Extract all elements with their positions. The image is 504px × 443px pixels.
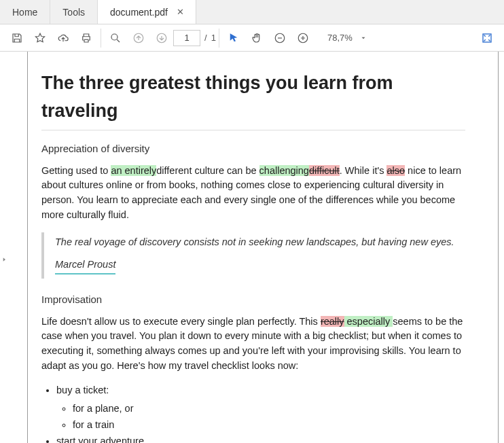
tab-bar: Home Tools document.pdf ✕	[0, 0, 504, 24]
paragraph-improvisation: Life doesn't allow us to execute every s…	[41, 315, 465, 374]
sublist: for a plane, or for a train	[73, 402, 465, 433]
page-indicator: / 1	[173, 30, 216, 46]
star-button[interactable]	[29, 24, 52, 52]
heading-improvisation: Improvisation	[41, 292, 465, 308]
document-viewport[interactable]: The three greatest things you learn from…	[0, 52, 504, 443]
page-sep: /	[204, 33, 207, 43]
deletion: also	[386, 165, 405, 176]
separator	[101, 29, 101, 48]
page-title: The three greatest things you learn from…	[41, 69, 465, 130]
side-panel-handle[interactable]	[0, 239, 8, 280]
page-edge-right	[498, 52, 499, 443]
zoom-in-button[interactable]	[291, 24, 314, 52]
chevron-down-icon	[358, 33, 369, 43]
tab-tools-label: Tools	[62, 7, 85, 18]
insertion: especially	[344, 316, 393, 327]
insertion: challenging	[259, 165, 309, 176]
insertion: an entirely	[111, 165, 156, 176]
page-up-button[interactable]	[127, 24, 150, 52]
deletion: difficult	[309, 165, 340, 176]
page-down-button[interactable]	[150, 24, 173, 52]
zoom-dropdown[interactable]: 78,7%	[314, 33, 369, 43]
list-item: for a plane, or	[73, 402, 465, 417]
heading-appreciation: Appreciation of diversity	[41, 141, 465, 157]
find-button[interactable]	[104, 24, 127, 52]
tab-home[interactable]: Home	[0, 0, 50, 24]
tab-tools[interactable]: Tools	[50, 0, 98, 24]
list-item: start your adventure	[56, 434, 465, 443]
quote-author: Marcel Proust	[55, 258, 115, 274]
tab-home-label: Home	[12, 7, 37, 18]
page-total: 1	[211, 33, 216, 43]
list-item: for a train	[73, 418, 465, 433]
print-button[interactable]	[75, 24, 98, 52]
hand-tool-button[interactable]	[245, 24, 268, 52]
zoom-readout: 78,7%	[314, 33, 355, 43]
tab-document[interactable]: document.pdf ✕	[98, 0, 196, 24]
svg-point-0	[111, 34, 118, 40]
separator	[219, 29, 219, 48]
tab-document-label: document.pdf	[110, 7, 168, 18]
save-button[interactable]	[5, 24, 29, 52]
deletion: really	[321, 316, 344, 327]
quote-text: The real voyage of discovery consists no…	[55, 236, 454, 247]
page-input[interactable]	[173, 30, 200, 46]
zoom-out-button[interactable]	[268, 24, 291, 52]
list-item: buy a ticket: for a plane, or for a trai…	[56, 383, 465, 433]
cloud-upload-button[interactable]	[52, 24, 75, 52]
page-content: The three greatest things you learn from…	[28, 52, 498, 443]
close-icon[interactable]: ✕	[177, 9, 183, 15]
checklist: buy a ticket: for a plane, or for a trai…	[56, 383, 465, 444]
paragraph-appreciation: Getting used to an entirelydifferent cul…	[41, 164, 465, 223]
tab-spacer	[196, 0, 504, 24]
select-tool-button[interactable]	[222, 24, 245, 52]
blockquote: The real voyage of discovery consists no…	[41, 232, 465, 279]
toolbar: / 1 78,7%	[0, 24, 504, 52]
fit-page-button[interactable]	[475, 24, 499, 52]
